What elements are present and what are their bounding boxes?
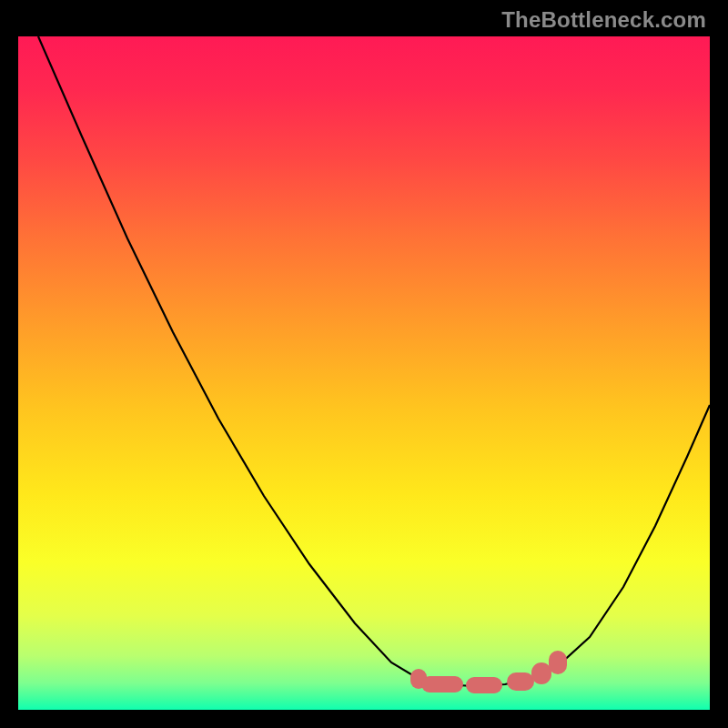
optimal-marker — [549, 651, 567, 674]
attribution-text: TheBottleneck.com — [501, 7, 706, 33]
optimal-marker — [466, 677, 502, 693]
gradient-background — [18, 36, 710, 710]
optimal-marker — [421, 676, 463, 693]
plot-area — [18, 36, 710, 710]
chart-frame: TheBottleneck.com — [0, 0, 728, 728]
optimal-marker — [531, 662, 551, 684]
bottleneck-chart — [18, 36, 710, 710]
optimal-marker — [507, 672, 534, 691]
